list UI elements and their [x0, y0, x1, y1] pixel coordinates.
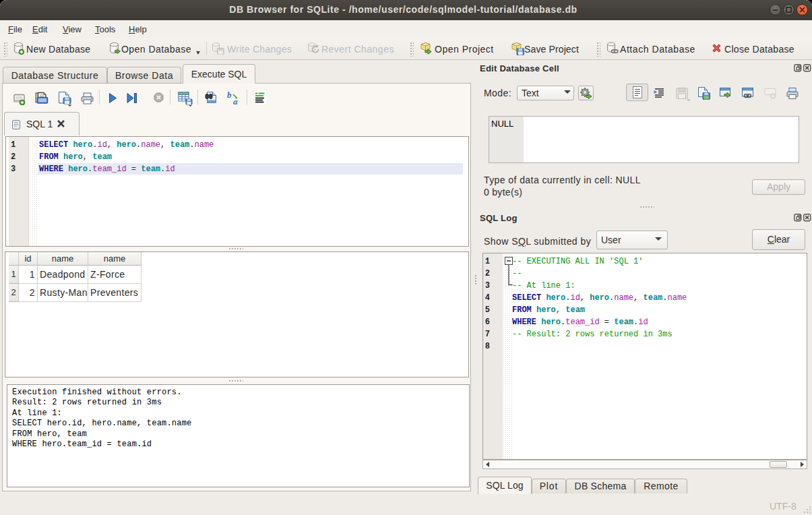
- svg-text:b: b: [227, 90, 232, 100]
- svg-text:a: a: [233, 96, 238, 105]
